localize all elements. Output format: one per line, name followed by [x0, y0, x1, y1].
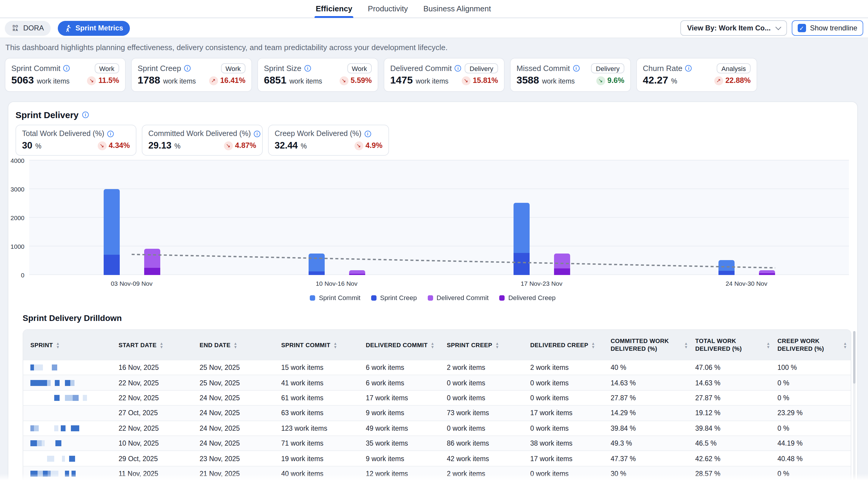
cell: 30 % [607, 470, 692, 477]
cell: 19.12 % [692, 409, 774, 417]
sort-icon[interactable]: ▲▼ [843, 342, 847, 348]
info-icon[interactable]: i [573, 65, 579, 72]
legend-item-delivered-commit[interactable]: Delivered Commit [428, 294, 489, 301]
cell: 17 work items [362, 394, 443, 401]
running-person-icon [64, 24, 72, 32]
column-header-start-date[interactable]: START DATE▲▼ [115, 337, 196, 352]
dora-button-label: DORA [23, 24, 44, 32]
metric-unit: % [175, 143, 181, 150]
kpi-category-badge: Delivery [465, 63, 498, 74]
x-axis-label: 03 Nov-09 Nov [29, 280, 234, 287]
info-icon[interactable]: i [107, 130, 114, 137]
trend-down-arrow-icon: ↘ [354, 141, 363, 150]
table-row[interactable]: 29 Oct, 202523 Nov, 202519 work items9 w… [23, 451, 851, 466]
table-row[interactable]: 22 Nov, 202525 Nov, 202541 work items6 w… [23, 375, 851, 390]
sprint-redacted-blocks [30, 365, 112, 370]
cell-sprint [27, 380, 115, 386]
metric-title: Creep Work Delivered (%) [275, 130, 361, 138]
info-icon[interactable]: i [184, 65, 191, 72]
table-row[interactable]: 22 Nov, 202524 Nov, 202561 work items17 … [23, 390, 851, 405]
column-header-total-work-delivered-[interactable]: TOTAL WORK DELIVERED (%)▲▼ [692, 334, 774, 356]
cell: 0 work items [443, 394, 527, 401]
column-header-creep-work-delivered-[interactable]: CREEP WORK DELIVERED (%)▲▼ [774, 334, 851, 356]
trend-percent: 9.6% [607, 76, 624, 85]
dora-button[interactable]: DORA DORA [5, 21, 50, 35]
sort-icon[interactable]: ▲▼ [160, 342, 163, 348]
metric-title: Committed Work Delivered (%) [148, 130, 251, 138]
sprint-delivery-card: Sprint Delivery i Total Work Delivered (… [8, 102, 858, 482]
cell: 0 work items [527, 394, 607, 401]
cell: 22 Nov, 2025 [115, 394, 196, 401]
trend-indicator: ↗16.41% [209, 76, 245, 85]
tab-business-alignment[interactable]: Business Alignment [423, 0, 491, 17]
cell: 24 Nov, 2025 [196, 409, 278, 417]
column-header-end-date[interactable]: END DATE▲▼ [196, 337, 278, 352]
sort-icon[interactable]: ▲▼ [56, 342, 60, 348]
column-header-sprint[interactable]: SPRINT▲▼ [27, 337, 115, 352]
tab-efficiency[interactable]: Efficiency [316, 0, 352, 17]
view-by-select[interactable]: View By: Work Item Co... [681, 20, 787, 36]
cell: 49.3 % [607, 440, 692, 447]
sort-icon[interactable]: ▲▼ [495, 342, 499, 348]
sort-icon[interactable]: ▲▼ [684, 342, 688, 348]
kpi-title: Missed Commit [517, 64, 570, 73]
kpi-card-missed-commit: Missed CommitiDelivery3588work items↘9.6… [510, 58, 631, 92]
sprint-metrics-button[interactable]: Sprint Metrics [58, 21, 130, 35]
cell: 47.37 % [607, 455, 692, 462]
column-header-sprint-commit[interactable]: SPRINT COMMIT▲▼ [278, 337, 362, 352]
sort-icon[interactable]: ▲▼ [234, 342, 238, 348]
cell: 14.29 % [607, 409, 692, 417]
legend-item-delivered-creep[interactable]: Delivered Creep [499, 294, 556, 301]
info-icon[interactable]: i [254, 130, 260, 137]
column-header-label: TOTAL WORK DELIVERED (%) [695, 337, 764, 352]
view-by-label: View By: Work Item Co... [687, 24, 771, 32]
column-header-delivered-commit[interactable]: DELIVERED COMMIT▲▼ [362, 337, 443, 352]
cell: 35 work items [362, 440, 443, 447]
x-axis-label: 24 Nov-30 Nov [644, 280, 849, 287]
table-row[interactable]: 10 Nov, 202524 Nov, 202571 work items35 … [23, 435, 851, 451]
info-icon[interactable]: i [82, 112, 89, 118]
kpi-category-badge: Work [221, 63, 245, 74]
legend-item-sprint-commit[interactable]: Sprint Commit [310, 294, 361, 301]
cell: 0 work items [527, 470, 607, 477]
kpi-unit: work items [163, 78, 196, 85]
legend-item-sprint-creep[interactable]: Sprint Creep [371, 294, 417, 301]
sort-icon[interactable]: ▲▼ [333, 342, 337, 348]
trend-percent: 16.41% [220, 76, 245, 85]
cell: 14.63 % [607, 379, 692, 386]
info-icon[interactable]: i [455, 65, 461, 72]
column-header-label: DELIVERED CREEP [530, 341, 588, 349]
cell: 0 % [774, 470, 851, 477]
trend-indicator: ↘11.5% [87, 76, 119, 85]
sprint-delivery-title: Sprint Delivery [16, 110, 79, 120]
info-icon[interactable]: i [685, 65, 692, 72]
column-header-delivered-creep[interactable]: DELIVERED CREEP▲▼ [527, 337, 607, 352]
cell: 49 work items [362, 425, 443, 432]
table-row[interactable]: 16 Nov, 202525 Nov, 202515 work items6 w… [23, 360, 851, 375]
table-row[interactable]: 27 Oct, 202524 Nov, 202563 work items9 w… [23, 405, 851, 420]
info-icon[interactable]: i [364, 130, 371, 137]
info-icon[interactable]: i [304, 65, 311, 72]
cell-sprint [27, 410, 115, 416]
column-header-sprint-creep[interactable]: SPRINT CREEP▲▼ [443, 337, 527, 352]
sort-icon[interactable]: ▲▼ [591, 342, 595, 348]
cell-sprint [27, 471, 115, 477]
trendline-checkbox[interactable]: ✓ [797, 24, 806, 32]
table-row[interactable]: 22 Nov, 202524 Nov, 2025123 work items49… [23, 420, 851, 435]
sort-icon[interactable]: ▲▼ [767, 342, 770, 348]
scrollbar-thumb[interactable] [853, 331, 856, 384]
trend-down-arrow-icon: ↘ [339, 76, 348, 85]
table-row[interactable]: 11 Nov, 202521 Nov, 202540 work items12 … [23, 465, 851, 481]
cell: 61 work items [278, 394, 362, 401]
cell: 11 Nov, 2025 [115, 470, 196, 477]
kpi-card-row: Sprint CommitiWork5063work items↘11.5%Sp… [5, 58, 757, 92]
trend-down-arrow-icon: ↘ [596, 76, 605, 85]
column-header-committed-work-delivered-[interactable]: COMMITTED WORK DELIVERED (%)▲▼ [607, 334, 692, 356]
sort-icon[interactable]: ▲▼ [431, 342, 435, 348]
info-icon[interactable]: i [63, 65, 70, 72]
tab-productivity[interactable]: Productivity [368, 0, 408, 17]
cell: 25 Nov, 2025 [196, 364, 278, 371]
table-scrollbar[interactable] [853, 331, 856, 482]
cell: 2 work items [443, 364, 527, 371]
show-trendline-toggle[interactable]: ✓ Show trendline [792, 20, 863, 36]
